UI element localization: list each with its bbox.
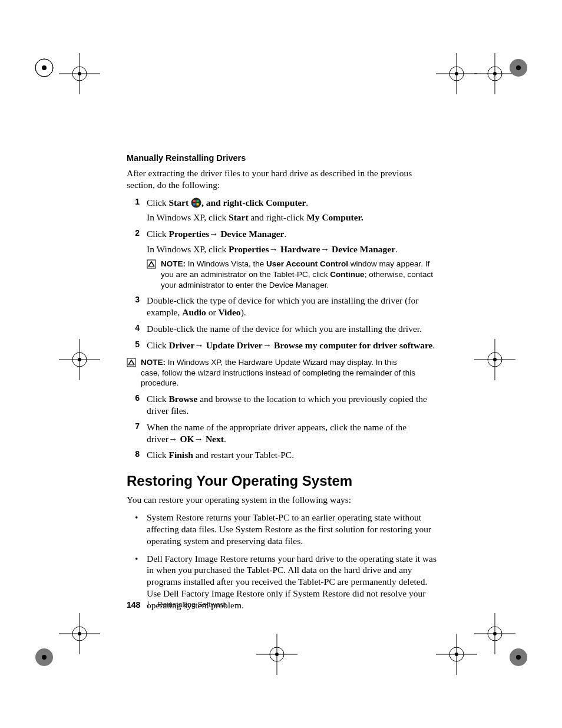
step-text: Click Driver→ Update Driver→ Browse my c… [147, 340, 435, 350]
step-text: When the name of the appropriate driver … [147, 422, 406, 444]
note-callout: NOTE: In Windows Vista, the User Account… [147, 259, 439, 290]
bullet-item: System Restore returns your Tablet-PC to… [127, 512, 439, 546]
step-number: 5 [127, 340, 140, 350]
step-text: Click Finish and restart your Tablet-PC. [147, 450, 294, 460]
step-text: Double-click the name of the device for … [147, 324, 422, 334]
svg-point-45 [191, 197, 201, 207]
svg-point-10 [455, 72, 458, 75]
svg-point-23 [488, 353, 502, 367]
svg-point-15 [510, 59, 527, 77]
windows-start-icon [191, 197, 201, 208]
step-3: 3 Double-click the type of device for wh… [127, 295, 439, 318]
steps-list-continued: 6 Click Browse and browse to the locatio… [127, 393, 439, 461]
note-text: NOTE: In Windows Vista, the User Account… [161, 259, 439, 290]
step-4: 4 Double-click the name of the device fo… [127, 323, 439, 335]
svg-point-25 [35, 648, 53, 666]
svg-point-2 [42, 65, 47, 70]
step-2: 2 Click Properties→ Device Manager. In W… [127, 228, 439, 290]
step-6: 6 Click Browse and browse to the locatio… [127, 393, 439, 417]
crop-mark-icon [59, 339, 100, 380]
svg-point-5 [72, 67, 87, 81]
crop-mark-icon [32, 645, 56, 669]
crop-mark-icon [32, 56, 56, 80]
section-intro: You can restore your operating system in… [127, 494, 439, 506]
page-number: 148 [127, 600, 140, 610]
step-8: 8 Click Finish and restart your Tablet-P… [127, 449, 439, 461]
svg-point-13 [488, 67, 502, 81]
svg-point-14 [493, 72, 497, 75]
svg-point-37 [449, 647, 464, 661]
footer-divider [148, 601, 149, 608]
svg-point-33 [270, 647, 284, 661]
svg-point-1 [35, 59, 53, 77]
svg-rect-48 [193, 203, 196, 205]
section-heading: Restoring Your Operating System [127, 473, 439, 489]
step-7: 7 When the name of the appropriate drive… [127, 421, 439, 445]
note-icon [147, 259, 156, 272]
svg-point-29 [72, 627, 87, 641]
step-number: 7 [127, 421, 140, 432]
crop-mark-icon [59, 53, 100, 94]
svg-point-44 [516, 655, 521, 660]
step-number: 6 [127, 393, 140, 404]
crop-mark-icon [436, 53, 477, 94]
step-number: 1 [127, 197, 140, 207]
step-5: 5 Click Driver→ Update Driver→ Browse my… [127, 340, 439, 351]
subheading: Manually Reinstalling Drivers [127, 153, 439, 163]
crop-mark-icon [59, 613, 100, 654]
crop-mark-icon [474, 613, 515, 654]
bullet-list: System Restore returns your Tablet-PC to… [127, 512, 439, 611]
crop-mark-icon [507, 56, 530, 80]
intro-paragraph: After extracting the driver files to you… [127, 167, 439, 191]
svg-rect-46 [193, 200, 196, 202]
svg-point-6 [78, 72, 81, 75]
svg-point-34 [275, 653, 279, 656]
step-subtext: In Windows XP, click Properties→ Hardwar… [147, 243, 439, 255]
crop-mark-icon [474, 53, 515, 94]
svg-rect-47 [196, 200, 199, 202]
svg-point-19 [72, 353, 87, 367]
step-text: Click Browse and browse to the location … [147, 394, 427, 416]
svg-rect-49 [196, 203, 199, 205]
svg-point-16 [516, 65, 521, 70]
svg-point-24 [493, 358, 497, 361]
svg-point-38 [455, 653, 458, 656]
svg-point-41 [488, 627, 502, 641]
note-icon [127, 358, 136, 370]
svg-point-43 [510, 648, 527, 666]
crop-mark-icon [507, 645, 530, 669]
svg-point-0 [35, 59, 53, 77]
svg-point-9 [449, 67, 464, 81]
step-text: Double-click the type of device for whic… [147, 295, 418, 317]
footer-section-name: Reinstalling Software [157, 601, 226, 609]
svg-point-30 [78, 632, 81, 635]
step-number: 8 [127, 449, 140, 460]
step-number: 2 [127, 228, 140, 239]
note-callout: NOTE: In Windows XP, the Hardware Update… [127, 357, 439, 388]
steps-list: 1 Click Start , and right-click Computer… [127, 197, 439, 351]
step-number: 4 [127, 323, 140, 334]
crop-mark-icon [256, 634, 297, 675]
step-1: 1 Click Start , and right-click Computer… [127, 197, 439, 224]
svg-point-42 [493, 632, 497, 635]
crop-mark-icon [474, 339, 515, 380]
step-text: Click Start , and right-click Computer. [147, 197, 308, 207]
note-text: NOTE: In Windows XP, the Hardware Update… [141, 357, 439, 388]
svg-point-20 [78, 358, 81, 361]
page-footer: 148 Reinstalling Software [127, 600, 227, 610]
crop-mark-icon [436, 634, 477, 675]
step-subtext: In Windows XP, click Start and right-cli… [147, 212, 439, 223]
step-text: Click Properties→ Device Manager. [147, 229, 286, 239]
step-number: 3 [127, 295, 140, 305]
page-content: Manually Reinstalling Drivers After extr… [127, 153, 439, 617]
svg-point-26 [42, 655, 47, 660]
